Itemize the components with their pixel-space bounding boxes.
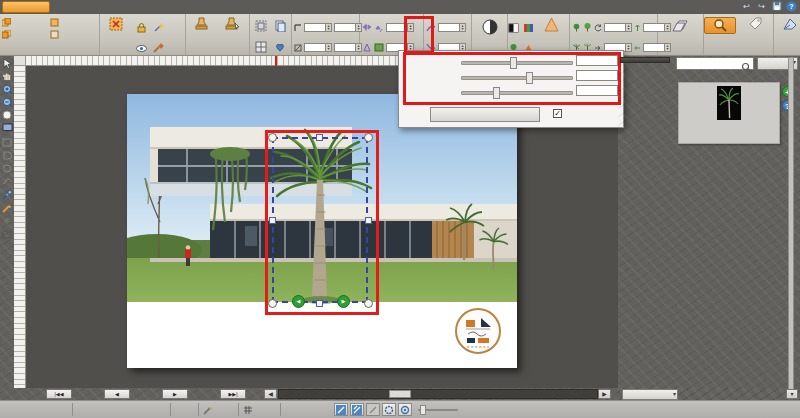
search-icon[interactable] <box>741 59 752 77</box>
excluir-button[interactable] <box>100 16 132 58</box>
frame-tool[interactable] <box>1 228 13 240</box>
panel-scroll-down-button[interactable]: ▾ <box>786 389 798 399</box>
handle-bottom-right[interactable] <box>364 299 373 308</box>
opacity-icon[interactable] <box>374 38 384 56</box>
horizontal-scrollbar[interactable] <box>278 389 598 399</box>
width-spinner[interactable]: ▴▾ <box>304 43 332 52</box>
pencil-tool[interactable] <box>1 202 13 214</box>
lock-icon[interactable] <box>136 19 150 37</box>
flip-horizontal-icon[interactable] <box>362 18 372 36</box>
preview-checkbox-row[interactable]: ✓ <box>553 109 565 118</box>
limitar-button[interactable] <box>774 17 800 32</box>
copy-page-icon[interactable] <box>274 18 290 36</box>
handle-bottom-left[interactable] <box>268 299 277 308</box>
handle-top-center[interactable] <box>316 134 323 141</box>
skew-icon[interactable] <box>362 38 372 56</box>
rotate-right-handle[interactable]: ▶ <box>337 295 350 308</box>
contrast-icon[interactable] <box>508 19 521 37</box>
contraste-value-field[interactable] <box>576 70 618 81</box>
deform-1-spinner[interactable]: ▴▾ <box>438 23 466 32</box>
eyedropper-tool[interactable] <box>1 189 13 201</box>
fit-screen-tool[interactable] <box>1 122 13 134</box>
position-y-spinner[interactable]: ▴▾ <box>334 23 362 32</box>
zoom-slider-thumb[interactable] <box>420 405 426 415</box>
first-slide-button[interactable]: |◀◀ <box>46 389 72 399</box>
gama-slider-thumb[interactable] <box>493 87 500 99</box>
handle-bottom-center[interactable] <box>316 300 323 307</box>
copy-style-icon[interactable] <box>274 39 290 57</box>
ellipse-tool[interactable] <box>1 162 13 174</box>
inserir-id-button[interactable] <box>738 17 772 34</box>
modify-rotation-spinner[interactable]: ▴▾ <box>386 23 414 32</box>
height-spinner[interactable]: ▴▾ <box>334 43 362 52</box>
pan-tool[interactable] <box>1 70 13 82</box>
gama-slider[interactable] <box>461 91 573 95</box>
rectangle-tool[interactable] <box>1 136 13 148</box>
deform-arrow-icon[interactable] <box>426 18 436 36</box>
zoom-out-tool[interactable] <box>1 96 13 108</box>
sector-select[interactable]: ▾ <box>622 389 678 400</box>
carimbo-button[interactable] <box>217 16 248 32</box>
handle-top-left[interactable] <box>268 133 277 142</box>
draw-mode-2-button[interactable] <box>350 403 364 416</box>
next-slide-button[interactable]: ▶ <box>162 389 188 399</box>
save-icon[interactable] <box>771 1 782 12</box>
brilho-slider-thumb[interactable] <box>510 57 517 69</box>
brilho-slider[interactable] <box>461 61 573 65</box>
plant-tool[interactable] <box>1 215 13 227</box>
recuar-button[interactable] <box>0 29 48 41</box>
draw-mode-1-button[interactable] <box>334 403 348 416</box>
undo-icon[interactable]: ↩ <box>741 1 752 12</box>
sharpen-icon <box>543 17 560 34</box>
handle-middle-left[interactable] <box>269 217 276 224</box>
plant-rotation-spinner[interactable]: ▴▾ <box>604 23 632 32</box>
saturation-icon[interactable] <box>523 19 536 37</box>
file-menu-button[interactable] <box>2 1 50 13</box>
arc-shape-tool[interactable] <box>1 149 13 161</box>
gama-value-field[interactable] <box>576 85 618 96</box>
avancar-button[interactable] <box>0 17 48 29</box>
horizontal-scroll-thumb[interactable] <box>389 390 411 398</box>
draw-mode-3-button[interactable] <box>366 403 380 416</box>
library-scrollbar[interactable] <box>788 57 794 392</box>
scroll-left-button[interactable]: ◀ <box>264 389 277 399</box>
avancar-1-button[interactable] <box>48 17 98 29</box>
perspectiva-button[interactable] <box>658 14 703 34</box>
rotate-left-handle[interactable]: ◀ <box>292 295 305 308</box>
previous-slide-button[interactable]: ◀ <box>104 389 130 399</box>
desfazer-ajustes-button[interactable] <box>430 107 540 122</box>
select-ellipse-button[interactable] <box>382 403 396 416</box>
selection-bounding-box[interactable] <box>272 137 368 303</box>
library-item-card[interactable] <box>678 82 780 144</box>
duplicar-button[interactable] <box>186 16 217 32</box>
contraste-slider-thumb[interactable] <box>526 72 533 84</box>
position-x-spinner[interactable]: ▴▾ <box>304 23 332 32</box>
flip-vertical-icon[interactable] <box>374 18 384 36</box>
svg-text:?: ? <box>789 3 793 10</box>
wand-icon[interactable] <box>153 19 167 37</box>
copy-frame-icon[interactable] <box>255 18 271 36</box>
ribbon-group-modificar: ▴▾ ▴▾ <box>360 14 424 55</box>
select-tool[interactable] <box>1 57 13 69</box>
brilho-button[interactable] <box>472 14 507 37</box>
search-input[interactable] <box>678 59 744 68</box>
handle-middle-right[interactable] <box>365 217 372 224</box>
tree-small-icon[interactable] <box>572 18 581 36</box>
preview-checkbox[interactable]: ✓ <box>553 109 562 118</box>
copy-grid-icon[interactable] <box>255 39 271 57</box>
redo-icon[interactable]: ↪ <box>756 1 767 12</box>
tree-large-icon[interactable] <box>583 18 592 36</box>
brilho-value-field[interactable] <box>576 55 618 66</box>
last-slide-button[interactable]: ▶▶| <box>220 389 246 399</box>
curve-tool[interactable] <box>1 175 13 187</box>
zoom-area-tool[interactable] <box>1 109 13 121</box>
select-lasso-button[interactable] <box>398 403 412 416</box>
handle-top-right[interactable] <box>364 133 373 142</box>
itens-button[interactable] <box>704 17 736 34</box>
zoom-in-tool[interactable] <box>1 83 13 95</box>
scroll-right-button[interactable]: ▶ <box>598 389 611 399</box>
contraste-slider[interactable] <box>461 76 573 80</box>
recuar-1-button[interactable] <box>48 29 98 41</box>
ribbon-group-copiar <box>250 14 292 55</box>
help-icon[interactable]: ? <box>786 1 797 12</box>
